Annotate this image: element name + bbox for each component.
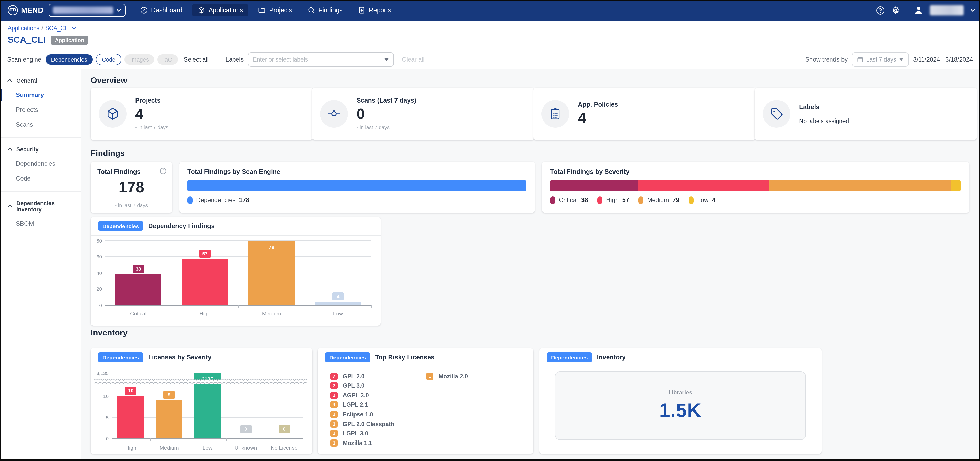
tab-findings[interactable]: Findings [302, 4, 348, 16]
x-axis-tick [188, 438, 189, 441]
license-count-badge: 1 [331, 430, 337, 437]
sidebar-group-header[interactable]: Security [0, 142, 81, 156]
logo-text: MEND [21, 6, 43, 14]
overview-card-title: Projects [135, 97, 168, 104]
overview-card-note: - in last 7 days [135, 124, 168, 130]
bar-critical[interactable] [115, 274, 161, 305]
sidebar-item-summary[interactable]: Summary [0, 88, 81, 102]
tab-reports[interactable]: Reports [352, 4, 397, 16]
breadcrumb-applications-link[interactable]: Applications [8, 25, 40, 31]
top-risky-licenses-title: Top Risky Licenses [375, 354, 434, 361]
x-axis-category-label: Medium [238, 310, 305, 316]
license-name: LGPL 3.0 [343, 430, 368, 436]
info-icon[interactable] [160, 167, 167, 174]
bar-value-label: 0 [240, 425, 251, 433]
gear-icon[interactable] [891, 6, 900, 14]
risky-license-item[interactable]: 1Mozilla 1.1 [331, 439, 372, 447]
bar-value-label: 9 [164, 391, 175, 399]
sidebar-item-sbom[interactable]: SBOM [0, 216, 81, 231]
user-name-redacted [930, 5, 964, 15]
risky-license-item[interactable]: 1Eclipse 1.0 [331, 411, 373, 418]
scan-engine-pill-images: Images [125, 54, 154, 65]
licenses-by-severity-card: Dependencies Licenses by Severity 3,1351… [91, 348, 312, 453]
bar-high[interactable] [118, 396, 144, 438]
tab-projects[interactable]: Projects [253, 4, 298, 16]
legend-swatch [550, 196, 555, 204]
legend-count: 4 [712, 196, 715, 204]
overview-card-title: Labels [799, 103, 849, 110]
risky-license-item[interactable]: 1Mozilla 2.0 [426, 373, 468, 380]
overview-card-scans-last-7-days-: Scans (Last 7 days)0- in last 7 days [312, 88, 534, 140]
overview-card-title: App. Policies [578, 101, 618, 108]
sidebar-item-dependencies[interactable]: Dependencies [0, 156, 81, 171]
clear-all-link[interactable]: Clear all [402, 56, 425, 63]
segment-low[interactable] [951, 180, 961, 191]
libraries-box[interactable]: Libraries 1.5K [555, 371, 806, 440]
y-axis-tick-label: 20 [87, 286, 102, 292]
user-menu-chevron-icon[interactable] [970, 9, 975, 12]
top-nav: MEND DashboardApplicationsProjectsFindin… [0, 0, 980, 21]
mend-logo[interactable]: MEND [7, 5, 43, 16]
org-selector-dropdown[interactable] [49, 3, 126, 17]
scan-engine-pill-iac: IaC [158, 54, 178, 65]
inventory-card: Dependencies Inventory Libraries 1.5K [539, 348, 822, 453]
risky-license-item[interactable]: 1AGPL 3.0 [331, 391, 369, 399]
bar-low[interactable] [315, 301, 361, 305]
legend-label: Medium [647, 196, 669, 204]
segment-dependencies[interactable] [188, 180, 526, 191]
labels-input[interactable]: Enter or select labels [248, 52, 394, 67]
sidebar-group-header[interactable]: Dependencies Inventory [0, 196, 81, 216]
help-icon[interactable] [876, 6, 885, 14]
license-name: AGPL 3.0 [343, 392, 369, 398]
breadcrumb-chevron-icon[interactable] [72, 27, 76, 30]
top-risky-licenses-card: Dependencies Top Risky Licenses 7GPL 2.0… [318, 348, 533, 453]
x-axis-category-label: Critical [105, 310, 172, 316]
risky-license-item[interactable]: 7GPL 2.0 [331, 373, 364, 380]
breadcrumb-current-link[interactable]: SCA_CLI [45, 25, 70, 31]
mend-logo-icon [7, 5, 18, 16]
tag-icon [770, 107, 783, 120]
tab-label: Projects [269, 7, 292, 14]
cube-icon [106, 107, 119, 120]
legend-item-dependencies: Dependencies178 [188, 196, 250, 204]
date-range-text: 3/11/2024 - 3/18/2024 [913, 56, 973, 63]
tab-dashboard[interactable]: Dashboard [135, 4, 188, 16]
license-name: GPL 2.0 Classpath [343, 421, 395, 427]
user-avatar-icon[interactable] [914, 6, 923, 15]
overview-heading: Overview [91, 76, 127, 85]
gridline [105, 273, 371, 273]
scan-engine-pill-code[interactable]: Code [96, 54, 122, 65]
license-count-badge: 4 [331, 401, 337, 408]
license-name: Mozilla 2.0 [439, 373, 468, 379]
sidebar: GeneralSummaryProjectsScansSecurityDepen… [0, 69, 81, 461]
calendar-icon [857, 56, 863, 62]
bar-medium[interactable] [248, 241, 294, 305]
filter-divider [217, 53, 218, 65]
sidebar-item-code[interactable]: Code [0, 171, 81, 186]
bar-medium[interactable] [156, 400, 182, 438]
sidebar-item-projects[interactable]: Projects [0, 102, 81, 117]
segment-medium[interactable] [769, 180, 951, 191]
sidebar-group-general: GeneralSummaryProjectsScans [0, 69, 81, 138]
risky-license-item[interactable]: 1LGPL 3.0 [331, 430, 368, 437]
sidebar-item-scans[interactable]: Scans [0, 117, 81, 132]
segment-high[interactable] [638, 180, 769, 191]
sidebar-group-header[interactable]: General [0, 73, 81, 88]
labels-placeholder: Enter or select labels [253, 56, 381, 62]
segment-critical[interactable] [550, 180, 638, 191]
findings-by-engine-title: Total Findings by Scan Engine [188, 168, 280, 175]
tab-applications[interactable]: Applications [192, 4, 249, 16]
tab-label: Dashboard [151, 7, 182, 14]
legend-label: Critical [559, 196, 578, 204]
risky-license-item[interactable]: 2GPL 3.0 [331, 382, 364, 389]
bar-value-label: 0 [278, 425, 290, 433]
overview-card-note: - in last 7 days [356, 124, 416, 130]
date-range-button[interactable]: Last 7 days [852, 52, 909, 67]
risky-license-item[interactable]: 4LGPL 2.1 [331, 401, 368, 408]
risky-license-item[interactable]: 1GPL 2.0 Classpath [331, 420, 395, 428]
bar-high[interactable] [182, 259, 228, 305]
chevron-down-icon [116, 9, 121, 12]
scan-engine-pill-dependencies[interactable]: Dependencies [45, 54, 93, 65]
select-all-link[interactable]: Select all [184, 56, 208, 63]
license-count-badge: 1 [331, 391, 337, 399]
